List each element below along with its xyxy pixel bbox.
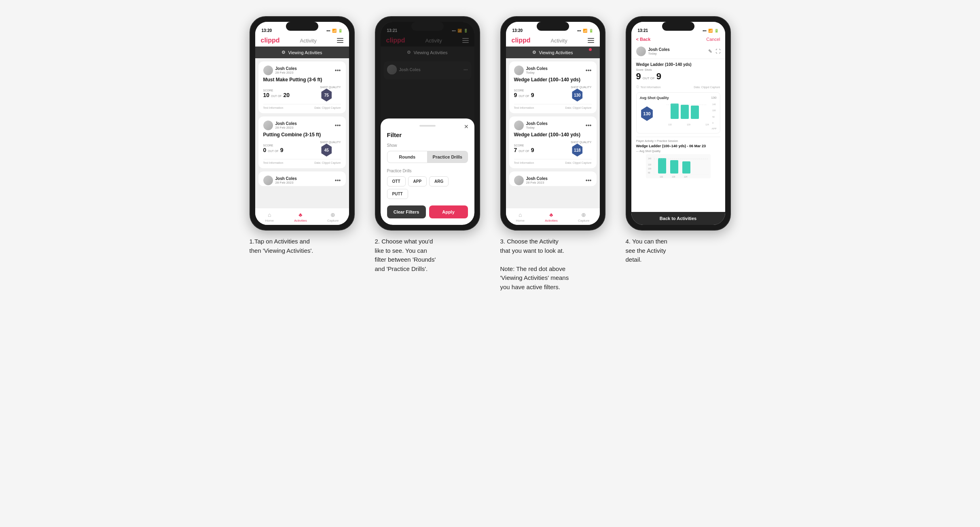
score-val-3-1: 9 bbox=[514, 92, 517, 98]
nav-item-capture-1[interactable]: ⊕ Capture bbox=[327, 212, 339, 222]
detail-user-name-date-4: Josh Coles Today bbox=[648, 47, 670, 55]
stats-row-3-2: Score 7 OUT OF 9 Shot Quality 118 bbox=[514, 141, 592, 157]
status-icons-4: ▪▪▪ 📶 🔋 bbox=[703, 29, 719, 33]
stat-block-score-3-1: Score 9 OUT OF 9 bbox=[514, 89, 534, 98]
session-chart-4: 140 120 100 80 132 129 124 bbox=[636, 154, 720, 178]
info-icon-4: ⓘ bbox=[636, 85, 639, 89]
quality-label-3-1: Shot Quality bbox=[571, 86, 591, 89]
activity-card-1-2[interactable]: Josh Coles 28 Feb 2023 ••• Putting Combi… bbox=[258, 116, 346, 168]
drill-app-2[interactable]: APP bbox=[408, 176, 427, 186]
x-lbl-2: 129 bbox=[679, 123, 698, 126]
hexagon-1-1: 75 bbox=[320, 89, 333, 102]
svg-rect-1 bbox=[681, 105, 689, 119]
practice-drills-btn-2[interactable]: Practice Drills bbox=[428, 151, 468, 163]
hamburger-1[interactable] bbox=[337, 38, 343, 43]
detail-avatar-4 bbox=[636, 47, 646, 56]
outof-1-2: OUT OF bbox=[268, 150, 278, 152]
activity-card-3-2[interactable]: Josh Coles Today ••• Wedge Ladder (100–1… bbox=[509, 116, 597, 168]
drill-putt-2[interactable]: PUTT bbox=[387, 189, 408, 199]
edit-icon-4[interactable]: ✎ bbox=[708, 49, 712, 54]
hexagon-3-2: 118 bbox=[571, 144, 584, 157]
nav-item-activities-1[interactable]: ♣ Activities bbox=[294, 212, 307, 222]
activity-card-3-1[interactable]: Josh Coles Today ••• Wedge Ladder (100–1… bbox=[509, 61, 597, 113]
hamburger-3[interactable] bbox=[588, 38, 594, 43]
user-date-3-2: Today bbox=[526, 126, 548, 129]
activity-card-3-3[interactable]: Josh Coles 28 Feb 2023 ••• bbox=[509, 171, 597, 186]
scroll-content-3: Josh Coles Today ••• Wedge Ladder (100–1… bbox=[506, 58, 600, 208]
apply-btn-2[interactable]: Apply bbox=[429, 205, 468, 218]
back-activities-btn-4[interactable]: Back to Activities bbox=[631, 212, 725, 225]
chart-area-4: Avg Shot Quality 130 130 140 100 50 0 bbox=[636, 92, 720, 133]
user-date-1-1: 28 Feb 2023 bbox=[275, 71, 297, 74]
user-date-1-2: 28 Feb 2023 bbox=[275, 126, 297, 129]
quality-label-3-2: Shot Quality bbox=[571, 141, 591, 144]
wifi-icon-4: 📶 bbox=[708, 29, 713, 33]
home-icon-1: ⌂ bbox=[268, 212, 271, 218]
footer-left-1-1: Test Information bbox=[263, 106, 284, 109]
signal-icon-3: ▪▪▪ bbox=[577, 29, 581, 33]
capture-label-3: Capture bbox=[578, 219, 589, 222]
phones-row: 13:20 ▪▪▪ 📶 🔋 clippd Activity bbox=[246, 16, 735, 292]
logo-1: clippd bbox=[261, 37, 280, 44]
dots-menu-1-1[interactable]: ••• bbox=[335, 67, 341, 74]
expand-icon-4[interactable]: ⛶ bbox=[715, 49, 720, 54]
modal-title-2: Filter bbox=[387, 131, 468, 138]
filter-modal-2: ✕ Filter Show Rounds Practice Drills Pra… bbox=[381, 119, 474, 225]
phone-screen-3: 13:20 ▪▪▪ 📶 🔋 clippd Activity ⚙ bbox=[506, 22, 600, 225]
user-info-1-2: Josh Coles 28 Feb 2023 bbox=[263, 121, 297, 130]
svg-text:140: 140 bbox=[648, 157, 652, 160]
nav-item-activities-3[interactable]: ♣ Activities bbox=[545, 212, 558, 222]
user-name-3-1: Josh Coles bbox=[526, 66, 548, 71]
back-btn-4[interactable]: < Back bbox=[636, 37, 651, 42]
dots-menu-3-1[interactable]: ••• bbox=[586, 67, 592, 74]
nav-item-home-1[interactable]: ⌂ Home bbox=[265, 212, 274, 222]
nav-bar-3: clippd Activity bbox=[506, 34, 600, 47]
banner-1[interactable]: ⚙ Viewing Activities bbox=[255, 47, 349, 58]
shots-big-4: 9 bbox=[656, 71, 661, 82]
phone-notch-2 bbox=[411, 22, 444, 31]
phone-notch-4 bbox=[662, 22, 694, 31]
out-of-4: OUT OF bbox=[643, 76, 655, 80]
dots-menu-1-3[interactable]: ••• bbox=[335, 177, 341, 184]
user-name-date-1-3: Josh Coles 28 Feb 2023 bbox=[275, 176, 297, 184]
show-label-2: Show bbox=[387, 143, 468, 148]
score-label-1-1: Score bbox=[263, 89, 290, 92]
status-time-3: 13:20 bbox=[512, 28, 523, 33]
bottom-nav-3: ⌂ Home ♣ Activities ⊕ Capture bbox=[506, 208, 600, 225]
modal-close-2[interactable]: ✕ bbox=[464, 123, 469, 130]
drill-buttons-2: OTT APP ARG PUTT bbox=[387, 176, 468, 199]
user-date-3-3: 28 Feb 2023 bbox=[526, 181, 548, 184]
card-footer-1-2: Test Information Data: Clippd Capture bbox=[263, 159, 341, 164]
clear-filters-btn-2[interactable]: Clear Filters bbox=[387, 205, 426, 218]
activity-card-1-3[interactable]: Josh Coles 28 Feb 2023 ••• bbox=[258, 171, 346, 186]
nav-title-3: Activity bbox=[550, 38, 567, 44]
activity-title-1-1: Must Make Putting (3-6 ft) bbox=[263, 77, 341, 83]
capture-icon-3: ⊕ bbox=[581, 212, 586, 218]
stat-block-score-1-2: Score 0 OUT OF 9 bbox=[263, 144, 284, 153]
nav-item-home-3[interactable]: ⌂ Home bbox=[516, 212, 525, 222]
user-info-3-3: Josh Coles 28 Feb 2023 bbox=[514, 176, 548, 185]
drill-ott-2[interactable]: OTT bbox=[387, 176, 406, 186]
dots-menu-3-3[interactable]: ••• bbox=[586, 177, 592, 184]
dots-menu-1-2[interactable]: ••• bbox=[335, 122, 341, 129]
activity-card-1-1[interactable]: Josh Coles 28 Feb 2023 ••• Must Make Put… bbox=[258, 61, 346, 113]
activities-label-1: Activities bbox=[294, 219, 307, 222]
drill-label-4: Wedge Ladder (100–140 yds) - 06 Mar 23 bbox=[636, 144, 720, 148]
chart-header-4: Avg Shot Quality 130 bbox=[640, 96, 717, 100]
card-footer-3-2: Test Information Data: Clippd Capture bbox=[514, 159, 592, 164]
drill-arg-2[interactable]: ARG bbox=[429, 176, 449, 186]
status-icons-3: ▪▪▪ 📶 🔋 bbox=[577, 29, 593, 33]
nav-item-capture-3[interactable]: ⊕ Capture bbox=[578, 212, 589, 222]
stat-block-quality-3-2: Shot Quality 118 bbox=[571, 141, 591, 157]
score-flex-1-1: 10 OUT OF 20 bbox=[263, 92, 290, 98]
footer-right-1-2: Data: Clippd Capture bbox=[314, 161, 341, 164]
cancel-btn-4[interactable]: Cancel bbox=[706, 37, 720, 42]
banner-3[interactable]: ⚙ Viewing Activities bbox=[506, 47, 600, 58]
dots-menu-3-2[interactable]: ••• bbox=[586, 122, 592, 129]
rounds-btn-2[interactable]: Rounds bbox=[387, 151, 428, 163]
score-label-3-1: Score bbox=[514, 89, 534, 92]
detail-user-name-4: Josh Coles bbox=[648, 47, 670, 52]
avg-shot-quality-label-4: Avg Shot Quality bbox=[640, 96, 669, 100]
wifi-icon-3: 📶 bbox=[583, 29, 587, 33]
signal-icon-1: ▪▪▪ bbox=[326, 29, 330, 33]
